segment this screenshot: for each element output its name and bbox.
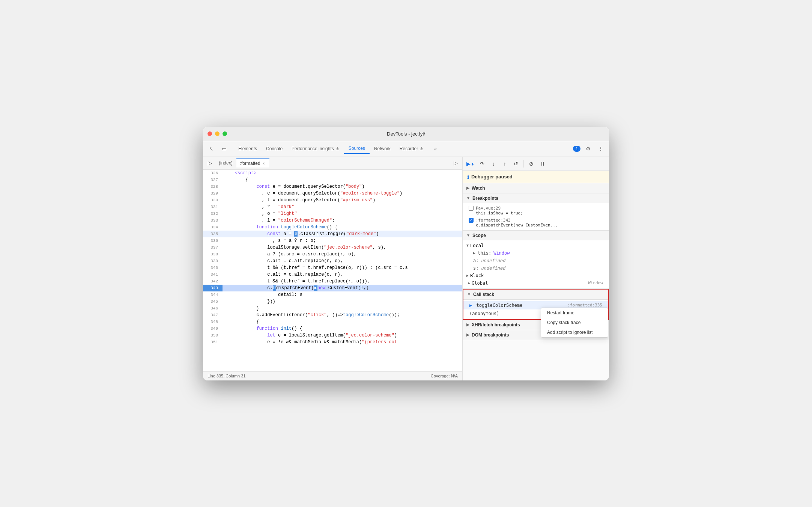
- devtools-window: DevTools - jec.fyi/ ↖ ▭ Elements Console…: [203, 127, 609, 380]
- tab-sources[interactable]: Sources: [344, 143, 370, 154]
- debugger-paused-label: Debugger paused: [471, 174, 513, 180]
- formatted-tab[interactable]: :formatted ×: [236, 158, 269, 167]
- context-menu-add-ignore-list[interactable]: Add script to ignore list: [541, 327, 608, 337]
- device-tool-button[interactable]: ▭: [219, 143, 229, 154]
- chat-badge[interactable]: 1: [573, 146, 580, 152]
- pause-exceptions-button[interactable]: ⏸: [537, 158, 548, 169]
- line-number-341: 341: [203, 271, 223, 278]
- formatted-tab-close[interactable]: ×: [262, 161, 266, 166]
- line-number-350: 350: [203, 332, 223, 339]
- settings-button[interactable]: ⚙: [583, 143, 593, 154]
- right-panel: ▶⏵ ↷ ↓ ↑ ↺ ⊘ ⏸ ℹ Debugger paused ▶ Wa: [463, 157, 609, 380]
- code-line-342: 342 t && (t.href = t.href.replace(r, o))…: [203, 278, 462, 285]
- global-label: Global: [472, 281, 488, 286]
- context-menu-copy-stack-trace[interactable]: Copy stack trace: [541, 318, 608, 327]
- a-value: undefined: [481, 258, 505, 263]
- tab-sources-label: Sources: [349, 146, 365, 151]
- context-menu-restart-frame[interactable]: Restart frame: [541, 308, 608, 318]
- source-panel: ▷ (index) :formatted × ▷ 326 <script>: [203, 157, 463, 380]
- breakpoints-label: Breakpoints: [472, 196, 498, 201]
- context-menu: Restart frame Copy stack trace Add scrip…: [541, 308, 608, 338]
- frame-1-func: (anonymous): [469, 311, 499, 316]
- deactivate-breakpoints-button[interactable]: ⊘: [526, 158, 537, 169]
- more-tabs-button[interactable]: »: [430, 144, 441, 154]
- line-number-349: 349: [203, 325, 223, 332]
- breakpoint-row-1: ✓ :formatted:343 c.dispatchEvent(new Cus…: [463, 217, 609, 229]
- line-number-343: 343: [203, 285, 223, 291]
- code-line-337: 337 localStorage.setItem("jec.color-sche…: [203, 244, 462, 251]
- code-content-351: e = !e && matchMedia && matchMedia("(pre…: [223, 339, 462, 346]
- frame-0-location: :formatted:335: [567, 303, 602, 308]
- code-line-344: 344 detail: s: [203, 291, 462, 298]
- tab-console-label: Console: [266, 146, 283, 151]
- coverage-status: Coverage: N/A: [431, 374, 458, 378]
- breakpoints-section-header[interactable]: ▼ Breakpoints: [463, 193, 609, 203]
- cursor-tool-button[interactable]: ↖: [206, 143, 217, 154]
- watch-section-header[interactable]: ▶ Watch: [463, 183, 609, 193]
- scope-label: Scope: [472, 233, 486, 238]
- local-scope-row[interactable]: ▼ Local: [463, 242, 609, 249]
- step-over-button[interactable]: ↷: [477, 158, 487, 169]
- maximize-button[interactable]: [223, 131, 227, 136]
- call-stack-section: ▼ Call stack ▶ toggleColorScheme :format…: [463, 289, 609, 320]
- breakpoint-1-checkbox[interactable]: ✓: [469, 218, 474, 223]
- code-line-349: 349 function init() {: [203, 325, 462, 332]
- s-label: s:: [473, 266, 478, 271]
- breakpoint-0-code: this.isShow = true;: [476, 211, 523, 216]
- code-content-348: {: [223, 318, 462, 325]
- code-editor[interactable]: 326 <script> 327 { 328 const e = documen…: [203, 170, 462, 371]
- code-line-345: 345 })): [203, 298, 462, 305]
- tab-right-tools: 1 ⚙ ⋮: [573, 143, 606, 154]
- step-into-button[interactable]: ↓: [488, 158, 499, 169]
- a-label: a:: [473, 258, 478, 263]
- code-line-336: 336 , s = a ? r : o;: [203, 237, 462, 244]
- tab-performance-insights[interactable]: Performance insights ⚠: [287, 144, 344, 154]
- cursor-position: Line 335, Column 31: [208, 374, 246, 378]
- breakpoint-0-checkbox[interactable]: [469, 206, 474, 211]
- call-stack-chevron-icon: ▼: [467, 292, 471, 296]
- tab-elements[interactable]: Elements: [234, 144, 262, 154]
- watch-label: Watch: [472, 186, 485, 191]
- code-content-343: c.DdispatchEvent(▶new CustomEvent(l,{: [223, 285, 462, 291]
- call-stack-header[interactable]: ▼ Call stack: [463, 290, 608, 300]
- sections-area: ▶ Watch ▼ Breakpoints Pay.vue:29: [463, 183, 609, 380]
- line-number-326: 326: [203, 170, 223, 177]
- minimize-button[interactable]: [215, 131, 220, 136]
- line-number-331: 331: [203, 204, 223, 210]
- breakpoints-content: Pay.vue:29 this.isShow = true; ✓ :format…: [463, 203, 609, 230]
- tab-network[interactable]: Network: [370, 144, 395, 154]
- file-navigator-button[interactable]: ▷: [205, 158, 215, 168]
- global-scope-row[interactable]: ▶ Global Window: [463, 279, 609, 287]
- dom-label: DOM breakpoints: [472, 332, 509, 338]
- navigate-button[interactable]: ▷: [450, 158, 461, 168]
- code-line-329: 329 , c = document.querySelector("#color…: [203, 190, 462, 197]
- line-number-330: 330: [203, 197, 223, 204]
- resume-button[interactable]: ▶⏵: [466, 158, 476, 169]
- code-content-326: <script>: [223, 170, 462, 177]
- tab-recorder[interactable]: Recorder ⚠: [395, 144, 428, 154]
- main-content: ▷ (index) :formatted × ▷ 326 <script>: [203, 157, 609, 380]
- debugger-paused-banner: ℹ Debugger paused: [463, 171, 609, 183]
- restart-button[interactable]: ↺: [511, 158, 521, 169]
- line-number-327: 327: [203, 177, 223, 183]
- window-title: DevTools - jec.fyi/: [387, 131, 425, 137]
- this-row: ▶ this: Window: [463, 249, 609, 257]
- code-line-330: 330 , t = document.querySelector("#prism…: [203, 197, 462, 204]
- tab-performance-label: Performance insights: [292, 146, 334, 151]
- more-options-button[interactable]: ⋮: [595, 143, 606, 154]
- code-line-347: 347 c.addEventListener("click", ()=>togg…: [203, 312, 462, 318]
- tab-console[interactable]: Console: [262, 144, 287, 154]
- close-button[interactable]: [208, 131, 212, 136]
- line-number-329: 329: [203, 190, 223, 197]
- toolbar-separator: [523, 160, 524, 167]
- line-number-335: 335: [203, 231, 223, 237]
- index-tab[interactable]: (index): [215, 159, 236, 167]
- code-content-327: {: [223, 177, 462, 183]
- code-content-334: function toggleColorScheme() {: [223, 224, 462, 231]
- step-out-button[interactable]: ↑: [499, 158, 510, 169]
- scope-section-header[interactable]: ▼ Scope: [463, 231, 609, 240]
- breakpoint-1-file: :formatted:343: [476, 218, 558, 223]
- line-number-328: 328: [203, 183, 223, 190]
- block-scope-row[interactable]: ▶ Block: [463, 272, 609, 279]
- s-variable-row: s: undefined: [463, 264, 609, 272]
